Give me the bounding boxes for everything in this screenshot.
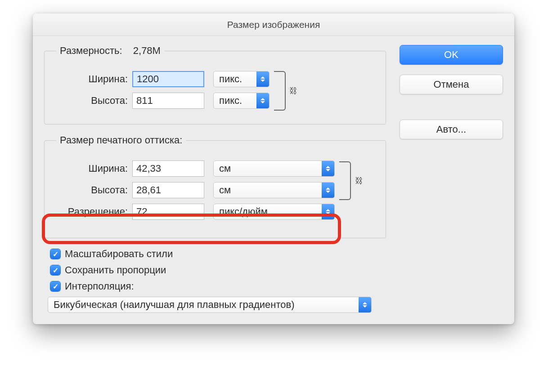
resample-label: Интерполяция: <box>65 281 134 292</box>
print-width-input[interactable] <box>132 160 204 177</box>
scale-styles-label: Масштабировать стили <box>65 248 173 260</box>
pixel-height-input[interactable] <box>132 93 204 109</box>
auto-button[interactable]: Авто... <box>400 120 503 139</box>
print-width-unit-value: см <box>219 163 231 174</box>
print-legend: Размер печатного оттиска: <box>56 134 186 146</box>
updown-icon <box>322 204 334 219</box>
pixel-dimensions-group: Размерность: 2,78M Ширина: пикс. Высота: <box>44 45 386 125</box>
pixel-width-unit-value: пикс. <box>219 73 242 85</box>
updown-icon <box>256 71 269 87</box>
pixel-legend-label: Размерность: <box>60 45 122 56</box>
print-width-label: Ширина: <box>54 163 132 174</box>
print-width-unit-select[interactable]: см <box>213 160 335 177</box>
checkbox-checked-icon: ✓ <box>50 265 60 275</box>
constrain-row[interactable]: ✓ Сохранить пропорции <box>50 264 386 276</box>
resample-method-select[interactable]: Бикубическая (наилучшая для плавных град… <box>48 297 372 313</box>
resolution-unit-value: пикс/дюйм <box>219 206 268 218</box>
print-link-bracket <box>339 161 351 200</box>
updown-icon <box>359 297 371 312</box>
pixel-height-unit-select[interactable]: пикс. <box>213 93 270 109</box>
pixel-height-unit-value: пикс. <box>219 95 242 107</box>
updown-icon <box>256 93 269 108</box>
updown-icon <box>322 183 334 198</box>
print-height-input[interactable] <box>132 182 204 198</box>
scale-styles-row[interactable]: ✓ Масштабировать стили <box>50 248 386 260</box>
image-size-dialog: Размер изображения Размерность: 2,78M Ши… <box>33 13 514 324</box>
print-width-row: Ширина: см <box>54 160 377 177</box>
document-size-group: Размер печатного оттиска: Ширина: см Выс… <box>44 134 386 238</box>
pixel-legend: Размерность: 2,78M <box>56 45 164 57</box>
pixel-width-row: Ширина: пикс. <box>54 71 377 87</box>
updown-icon <box>322 161 334 176</box>
pixel-height-row: Высота: пикс. <box>54 93 377 109</box>
resample-method-value: Бикубическая (наилучшая для плавных град… <box>54 299 295 311</box>
link-icon: ⛓ <box>355 176 363 186</box>
pixel-width-input[interactable] <box>132 71 204 87</box>
dialog-title: Размер изображения <box>33 13 514 36</box>
link-icon: ⛓ <box>289 86 297 96</box>
resolution-input[interactable] <box>132 204 204 220</box>
print-height-row: Высота: см <box>54 182 377 198</box>
pixel-width-label: Ширина: <box>54 73 132 85</box>
print-height-unit-select[interactable]: см <box>213 182 335 198</box>
resample-row[interactable]: ✓ Интерполяция: <box>50 281 386 292</box>
pixel-legend-value: 2,78M <box>125 45 161 56</box>
cancel-button[interactable]: Отмена <box>400 75 503 94</box>
pixel-link-bracket <box>274 71 286 111</box>
left-column: Размерность: 2,78M Ширина: пикс. Высота: <box>44 45 386 313</box>
print-height-unit-value: см <box>219 184 231 196</box>
pixel-height-label: Высота: <box>54 95 132 107</box>
pixel-width-unit-select[interactable]: пикс. <box>213 71 270 87</box>
dialog-content: Размерность: 2,78M Ширина: пикс. Высота: <box>33 36 514 324</box>
constrain-label: Сохранить пропорции <box>65 264 166 276</box>
print-height-label: Высота: <box>54 184 132 196</box>
resolution-label: Разрешение: <box>54 206 132 218</box>
resolution-unit-select[interactable]: пикс/дюйм <box>213 204 335 220</box>
checkbox-checked-icon: ✓ <box>50 281 60 291</box>
ok-button[interactable]: OK <box>400 45 503 65</box>
right-column: OK Отмена Авто... <box>386 45 503 313</box>
resolution-row: Разрешение: пикс/дюйм <box>54 204 377 220</box>
checkbox-checked-icon: ✓ <box>50 249 60 259</box>
